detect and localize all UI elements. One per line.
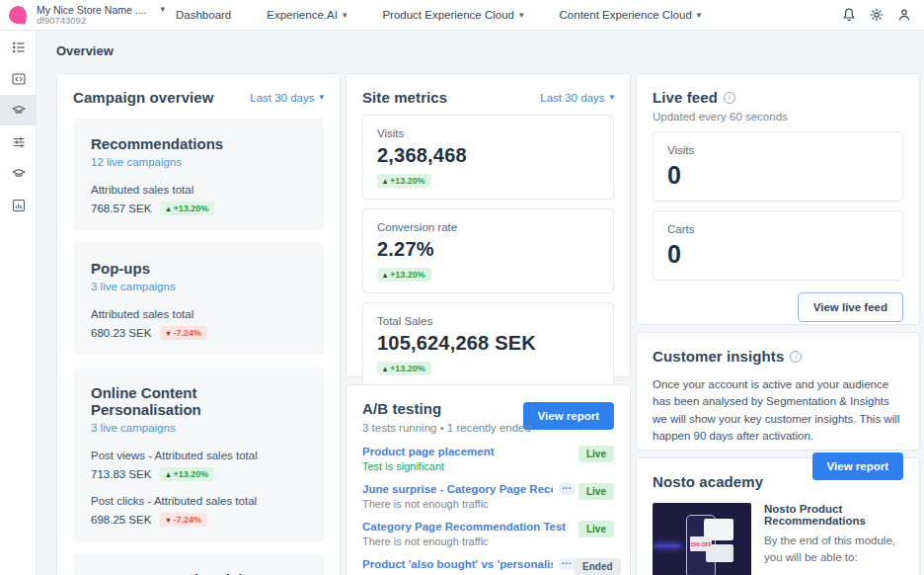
store-id: df90743092 (37, 16, 165, 27)
customer-insights-body: Once your account is active and your aud… (653, 376, 903, 445)
campaign-overview-title: Campaign overview (73, 89, 214, 106)
ab-test-link[interactable]: Product 'also bought' vs 'personalised' … (362, 558, 553, 570)
arrow-up-icon: ▴ (166, 470, 170, 479)
bell-icon[interactable] (840, 7, 857, 24)
campaign-section-category-merchandising: Category merchandsing 32 live sequences … (73, 554, 324, 575)
campaign-section-recommendations: Recommendations 12 live campaigns Attrib… (73, 119, 324, 230)
metric-label: Attributed sales total (91, 184, 306, 196)
arrow-up-icon: ▴ (383, 177, 387, 186)
ab-test-row: Category Page Recommendation Test There … (362, 521, 614, 547)
store-switcher[interactable]: My Nice Store Name .... ▾ df90743092 (37, 4, 165, 27)
nav-label: Dashboard (176, 9, 231, 21)
live-campaigns-link[interactable]: 12 live campaigns (91, 156, 182, 168)
nav-label: Product Experience Cloud (382, 9, 514, 21)
nav-label: Content Experience Cloud (560, 9, 692, 21)
sidebar-item-academy[interactable] (0, 158, 37, 189)
nav-item-content-experience-cloud[interactable]: Content Experience Cloud ▾ (560, 9, 702, 21)
stat-label: Carts (667, 223, 888, 235)
nosto-logo-icon (8, 5, 28, 25)
live-carts-card: Carts 0 (653, 210, 903, 281)
gear-icon[interactable] (868, 7, 885, 24)
ab-test-status: There is not enough traffic (362, 498, 575, 510)
list-icon (11, 40, 27, 55)
site-metrics-panel: Site metrics Last 30 days ▾ Visits 2,368… (346, 73, 631, 377)
main-nav: Dashboard Experience.AI ▾ Product Experi… (176, 9, 701, 21)
info-icon[interactable]: i (724, 92, 735, 104)
metric-value: 768.57 SEK (91, 203, 151, 214)
customer-insights-title: Customer insights (653, 348, 784, 365)
top-bar: My Nice Store Name .... ▾ df90743092 Das… (0, 0, 924, 31)
stat-label: Conversion rate (377, 221, 599, 233)
stat-value: 0 (667, 240, 888, 269)
status-badge: Live (578, 446, 614, 462)
campaign-period-dropdown[interactable]: Last 30 days ▾ (250, 92, 324, 104)
live-visits-card: Visits 0 (653, 131, 903, 202)
course-title: Nosto Product Recommendations (764, 503, 903, 527)
metric-value: 698.25 SEK (91, 514, 151, 526)
sidebar-item-learning[interactable] (0, 95, 37, 125)
academy-course[interactable]: 15% OFF 42% Nosto Product Recommendation… (653, 503, 903, 575)
live-feed-title: Live feed (653, 89, 718, 106)
app-window: My Nice Store Name .... ▾ df90743092 Das… (0, 0, 924, 575)
academy-cap-icon (11, 166, 27, 182)
view-report-button[interactable]: View report (523, 402, 614, 430)
ab-test-status: Test is significant (362, 460, 495, 472)
campaign-section-ocp: Online Content Personalisation 3 live ca… (73, 368, 324, 541)
visits-card: Visits 2,368,468 ▴+13.20% (362, 115, 614, 200)
more-icon[interactable]: ··· (559, 558, 575, 570)
arrow-up-icon: ▴ (383, 271, 387, 280)
metric-value: 680.23 SEK (91, 327, 151, 339)
customer-insights-panel: Customer insights i Once your account is… (636, 332, 920, 451)
chevron-down-icon: ▾ (519, 11, 524, 20)
stat-value: 2,368,468 (377, 144, 599, 167)
nav-item-dashboard[interactable]: Dashboard (176, 9, 231, 21)
user-icon[interactable] (895, 7, 912, 24)
section-title: Recommendations (91, 135, 306, 152)
ab-test-row: Product 'also bought' vs 'personalised' … (362, 558, 614, 575)
status-badge: Ended (575, 558, 621, 575)
left-sidebar (0, 31, 37, 575)
nav-item-experience-ai[interactable]: Experience.AI ▾ (267, 9, 346, 21)
live-campaigns-link[interactable]: 3 live campaigns (91, 281, 176, 292)
stat-value: 105,624,268 SEK (377, 332, 599, 355)
arrow-down-icon: ▾ (166, 329, 170, 338)
view-live-feed-button[interactable]: View live feed (798, 292, 903, 322)
chevron-down-icon: ▾ (343, 11, 347, 20)
change-value: -7.24% (173, 328, 201, 338)
page-title: Overview (56, 43, 924, 58)
change-value: -7.24% (173, 515, 201, 525)
metric-label: Post clicks - Attributed sales total (91, 495, 306, 507)
site-metrics-title: Site metrics (362, 89, 447, 106)
ab-test-row: June surprise - Category Page Recommenda… (362, 483, 614, 510)
ab-test-link[interactable]: Product page placement (362, 446, 495, 457)
ab-test-link[interactable]: June surprise - Category Page Recommenda… (362, 483, 553, 495)
change-badge: ▴+13.20% (377, 362, 431, 375)
chevron-down-icon[interactable]: ▾ (160, 5, 165, 14)
change-value: +13.20% (390, 364, 425, 373)
nav-label: Experience.AI (267, 9, 338, 21)
sidebar-item-settings-sliders[interactable] (0, 126, 37, 157)
change-badge: ▾-7.24% (160, 513, 207, 527)
insights-view-report-button[interactable]: View report (812, 452, 903, 480)
section-title: Category merchandsing (91, 571, 306, 575)
ab-test-row: Product page placement Test is significa… (362, 446, 614, 472)
sidebar-item-reports[interactable] (0, 190, 37, 220)
sidebar-item-code[interactable] (0, 63, 37, 94)
site-metrics-period-dropdown[interactable]: Last 30 days ▾ (540, 92, 614, 104)
course-thumbnail-image: 15% OFF 42% (653, 503, 751, 575)
change-badge: ▴+13.20% (160, 467, 214, 481)
sidebar-item-list[interactable] (0, 32, 37, 62)
ab-test-link[interactable]: Category Page Recommendation Test (362, 521, 566, 533)
change-badge: ▾-7.24% (160, 326, 207, 340)
arrow-up-icon: ▴ (166, 205, 170, 213)
brand-area: My Nice Store Name .... ▾ df90743092 (0, 4, 176, 27)
section-title: Online Content Personalisation (91, 384, 306, 418)
metric-label: Attributed sales total (91, 308, 306, 320)
sliders-icon (11, 134, 27, 150)
more-icon[interactable]: ··· (559, 483, 575, 495)
nav-item-product-experience-cloud[interactable]: Product Experience Cloud ▾ (382, 9, 523, 21)
stat-label: Total Sales (377, 315, 599, 327)
topbar-actions (840, 7, 924, 24)
live-campaigns-link[interactable]: 3 live campaigns (91, 422, 176, 434)
info-icon[interactable]: i (790, 351, 802, 363)
